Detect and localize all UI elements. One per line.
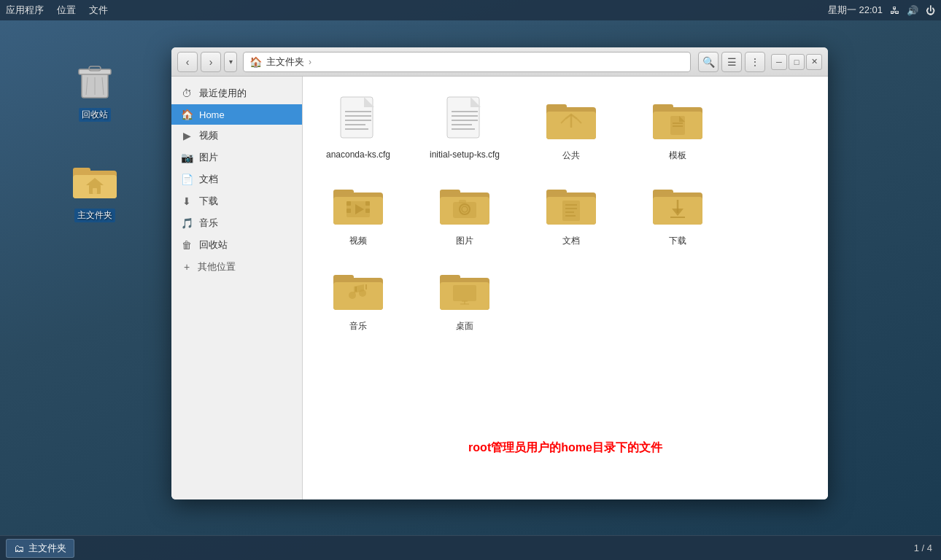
svg-rect-43 bbox=[365, 201, 370, 206]
file-item-anaconda-ks[interactable]: anaconda-ks.cfg bbox=[314, 88, 402, 168]
svg-rect-33 bbox=[670, 116, 685, 135]
file-label-documents-folder: 文档 bbox=[562, 235, 580, 247]
file-item-videos-folder[interactable]: 视频 bbox=[314, 174, 402, 253]
svg-rect-7 bbox=[73, 168, 90, 175]
file-item-music-folder[interactable]: 音乐 bbox=[314, 259, 402, 338]
file-label-downloads-folder: 下载 bbox=[669, 235, 686, 247]
sidebar-item-other[interactable]: + 其他位置 bbox=[171, 256, 302, 278]
svg-rect-44 bbox=[365, 209, 370, 213]
breadcrumb-home-icon: 🏠 bbox=[249, 56, 262, 68]
view-options-button[interactable]: ⋮ bbox=[745, 52, 765, 72]
file-label-videos-folder: 视频 bbox=[349, 235, 367, 247]
other-icon: + bbox=[180, 261, 193, 273]
file-icon-downloads-folder bbox=[648, 179, 707, 232]
sidebar-label-recent: 最近使用的 bbox=[199, 87, 247, 100]
trash-label: 回收站 bbox=[79, 108, 111, 122]
file-label-anaconda-ks: anaconda-ks.cfg bbox=[326, 149, 390, 160]
top-menu: 应用程序 位置 文件 bbox=[6, 4, 108, 17]
close-button[interactable]: ✕ bbox=[806, 54, 822, 70]
svg-rect-1 bbox=[79, 69, 111, 74]
sidebar-item-pictures[interactable]: 📷 图片 bbox=[171, 147, 302, 168]
sidebar-label-downloads: 下载 bbox=[199, 195, 218, 208]
file-label-pictures-folder: 图片 bbox=[456, 235, 473, 247]
svg-rect-77 bbox=[453, 285, 476, 301]
breadcrumb-text: 主文件夹 bbox=[266, 55, 304, 69]
file-item-documents-folder[interactable]: 文档 bbox=[527, 174, 615, 253]
breadcrumb-forward-icon: › bbox=[309, 57, 311, 67]
sidebar: ⏱ 最近使用的 🏠 Home ▶ 视频 📷 图片 📄 文档 ⬇ 下载 bbox=[171, 77, 303, 499]
volume-icon: 🔊 bbox=[907, 5, 918, 16]
taskbar-icon: 🗂 bbox=[14, 542, 24, 554]
title-bar: ‹ › ▾ 🏠 主文件夹 › 🔍 ☰ ⋮ ─ □ ✕ bbox=[171, 47, 828, 77]
trash-icon bbox=[71, 58, 118, 105]
file-label-initial-setup: initial-setup-ks.cfg bbox=[430, 149, 500, 160]
file-icon-initial-setup bbox=[435, 94, 494, 147]
taskbar-page-info: 1 / 4 bbox=[914, 542, 932, 553]
file-item-downloads-folder[interactable]: 下载 bbox=[634, 174, 721, 253]
sidebar-label-other: 其他位置 bbox=[198, 260, 236, 273]
nav-dropdown-button[interactable]: ▾ bbox=[224, 52, 237, 72]
desktop-home[interactable]: 主文件夹 bbox=[66, 159, 124, 222]
recent-icon: ⏱ bbox=[180, 88, 193, 99]
file-item-pictures-folder[interactable]: 图片 bbox=[421, 174, 508, 253]
sidebar-label-documents: 文档 bbox=[199, 173, 218, 186]
file-manager-window: ‹ › ▾ 🏠 主文件夹 › 🔍 ☰ ⋮ ─ □ ✕ ⏱ 最近使用的 🏠 bbox=[171, 47, 828, 499]
power-icon[interactable]: ⏻ bbox=[926, 5, 935, 16]
home-folder-icon bbox=[71, 159, 118, 206]
top-panel: 应用程序 位置 文件 星期一 22:01 🖧 🔊 ⏻ bbox=[0, 0, 941, 20]
taskbar: 🗂 主文件夹 1 / 4 bbox=[0, 535, 941, 560]
sidebar-label-trash: 回收站 bbox=[199, 238, 228, 252]
desktop-trash[interactable]: 回收站 bbox=[66, 58, 124, 122]
videos-icon: ▶ bbox=[180, 130, 193, 141]
taskbar-file-manager[interactable]: 🗂 主文件夹 bbox=[6, 539, 74, 558]
sidebar-label-home: Home bbox=[199, 109, 225, 120]
nav-forward-button[interactable]: › bbox=[201, 52, 221, 72]
documents-icon: 📄 bbox=[180, 174, 193, 185]
sidebar-item-recent[interactable]: ⏱ 最近使用的 bbox=[171, 82, 302, 104]
sidebar-item-videos[interactable]: ▶ 视频 bbox=[171, 125, 302, 147]
file-icon-desktop-folder bbox=[435, 265, 494, 317]
file-item-public[interactable]: 公共 bbox=[527, 88, 615, 168]
minimize-button[interactable]: ─ bbox=[771, 54, 787, 70]
home-icon: 🏠 bbox=[180, 109, 193, 120]
file-icon-pictures-folder bbox=[435, 179, 494, 232]
sidebar-label-pictures: 图片 bbox=[199, 151, 218, 164]
breadcrumb-bar: 🏠 主文件夹 › bbox=[243, 52, 691, 72]
sidebar-item-documents[interactable]: 📄 文档 bbox=[171, 168, 302, 190]
svg-point-70 bbox=[349, 292, 356, 299]
annotation-text: root管理员用户的home目录下的文件 bbox=[468, 440, 662, 456]
menu-apps[interactable]: 应用程序 bbox=[6, 4, 44, 17]
trash-sidebar-icon: 🗑 bbox=[180, 239, 193, 251]
file-icon-music-folder bbox=[329, 265, 387, 317]
toolbar-right-buttons: 🔍 ☰ ⋮ bbox=[698, 52, 765, 72]
datetime-label: 星期一 22:01 bbox=[828, 4, 883, 17]
pictures-icon: 📷 bbox=[180, 152, 193, 163]
file-item-desktop-folder[interactable]: 桌面 bbox=[421, 259, 508, 338]
home-folder-label: 主文件夹 bbox=[74, 209, 115, 222]
menu-file[interactable]: 文件 bbox=[89, 4, 108, 17]
file-item-templates[interactable]: 模板 bbox=[634, 88, 721, 168]
search-button[interactable]: 🔍 bbox=[698, 52, 719, 72]
svg-rect-41 bbox=[346, 201, 351, 206]
view-list-button[interactable]: ☰ bbox=[721, 52, 742, 72]
sidebar-item-trash[interactable]: 🗑 回收站 bbox=[171, 234, 302, 256]
sidebar-label-videos: 视频 bbox=[199, 129, 218, 142]
top-panel-right: 星期一 22:01 🖧 🔊 ⏻ bbox=[828, 4, 935, 17]
music-icon: 🎵 bbox=[180, 217, 193, 229]
sidebar-item-downloads[interactable]: ⬇ 下载 bbox=[171, 190, 302, 212]
svg-rect-56 bbox=[562, 201, 580, 221]
file-item-initial-setup[interactable]: initial-setup-ks.cfg bbox=[421, 88, 508, 168]
nav-back-button[interactable]: ‹ bbox=[177, 52, 198, 72]
svg-rect-11 bbox=[93, 188, 97, 194]
file-label-desktop-folder: 桌面 bbox=[456, 320, 473, 332]
menu-places[interactable]: 位置 bbox=[57, 4, 76, 17]
window-controls: ─ □ ✕ bbox=[771, 54, 822, 70]
sidebar-item-home[interactable]: 🏠 Home bbox=[171, 104, 302, 125]
sidebar-item-music[interactable]: 🎵 音乐 bbox=[171, 212, 302, 234]
downloads-icon: ⬇ bbox=[180, 195, 193, 207]
restore-button[interactable]: □ bbox=[789, 54, 805, 70]
file-icon-templates bbox=[648, 94, 707, 147]
main-area: ⏱ 最近使用的 🏠 Home ▶ 视频 📷 图片 📄 文档 ⬇ 下载 bbox=[171, 77, 828, 499]
sidebar-label-music: 音乐 bbox=[199, 217, 218, 230]
file-icon-public bbox=[542, 94, 600, 147]
